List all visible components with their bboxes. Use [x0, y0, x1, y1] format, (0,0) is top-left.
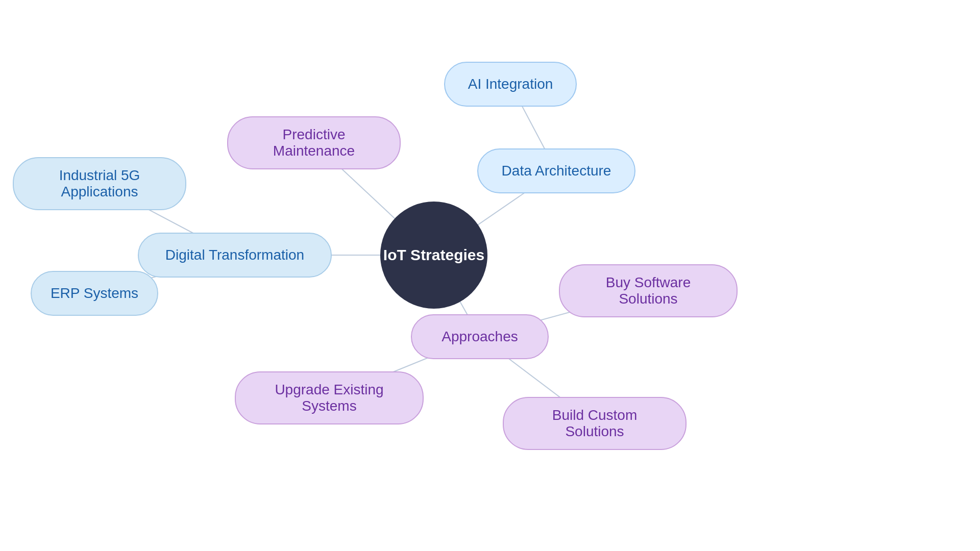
predictive-maintenance-node[interactable]: Predictive Maintenance	[227, 116, 401, 169]
approaches-node[interactable]: Approaches	[411, 314, 549, 359]
build-custom-node[interactable]: Build Custom Solutions	[503, 397, 687, 450]
digital-transformation-node[interactable]: Digital Transformation	[138, 233, 332, 278]
industrial-5g-node[interactable]: Industrial 5G Applications	[13, 157, 186, 210]
data-architecture-node[interactable]: Data Architecture	[477, 148, 635, 193]
upgrade-systems-node[interactable]: Upgrade Existing Systems	[235, 371, 424, 424]
ai-integration-node[interactable]: AI Integration	[444, 62, 577, 107]
buy-software-node[interactable]: Buy Software Solutions	[559, 264, 738, 317]
center-node[interactable]: IoT Strategies	[380, 202, 487, 309]
erp-systems-node[interactable]: ERP Systems	[31, 271, 158, 316]
